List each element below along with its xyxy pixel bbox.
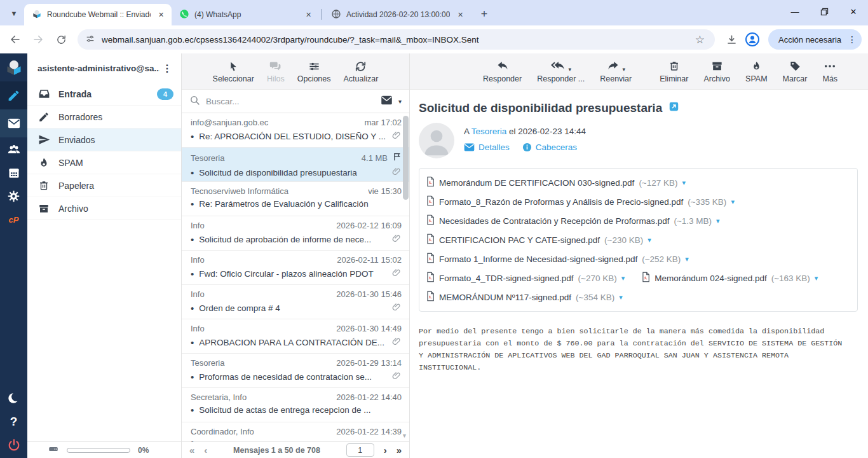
search-options-chevron-icon[interactable]: ▾ — [398, 98, 402, 105]
more-button[interactable]: Más — [822, 59, 837, 83]
close-window-button[interactable]: ✕ — [839, 0, 868, 23]
attachment[interactable]: Formato_4_TDR-signed-signed.pdf(~270 KB)… — [426, 268, 641, 288]
attachment[interactable]: Memorándum 024-signed.pdf(~163 KB)▾ — [641, 268, 834, 288]
reload-button[interactable] — [51, 29, 71, 50]
rail-mail-button[interactable] — [0, 109, 27, 137]
mark-button[interactable]: Marcar — [783, 59, 808, 83]
logout-button[interactable] — [0, 433, 27, 457]
select-button[interactable]: Seleccionar — [213, 59, 254, 83]
caret-down-icon[interactable]: ▾ — [622, 66, 625, 73]
rail-settings-button[interactable] — [0, 184, 27, 208]
threads-button[interactable]: Hilos — [267, 59, 285, 83]
list-item[interactable]: Info2026-02-12 16:09 •Solicitud de aprob… — [182, 216, 409, 251]
list-item[interactable]: Tesoreria2026-01-29 13:14 •Proformas de … — [182, 354, 409, 388]
recipient-link[interactable]: Tesoreria — [471, 127, 507, 136]
spam-button[interactable]: SPAM — [745, 59, 768, 83]
minimize-button[interactable]: — — [780, 0, 810, 23]
forward-button[interactable] — [28, 29, 48, 50]
folder-item-papelera[interactable]: Papelera — [27, 174, 181, 197]
caret-down-icon[interactable]: ▾ — [685, 255, 689, 263]
caret-down-icon[interactable]: ▾ — [621, 274, 625, 282]
search-input[interactable] — [206, 97, 375, 106]
tab-actividad[interactable]: Actividad 2026-02-20 13:00:00 ✕ — [323, 4, 471, 25]
url-field[interactable]: webmail.sanjuan.gob.ec/cpsess1364244002/… — [78, 29, 715, 50]
tab-search-chevron-icon[interactable]: ▼ — [5, 4, 23, 22]
last-page-button[interactable]: » — [397, 445, 402, 455]
bookmark-star-icon[interactable]: ☆ — [695, 33, 707, 46]
attachment[interactable]: MEMORÁNDUM Nº117-signed.pdf(~354 KB)▾ — [426, 288, 639, 307]
cpanel-link[interactable]: cP — [0, 208, 27, 232]
attachment[interactable]: Formato_8_Razón de Proformas y Análisis … — [426, 192, 751, 211]
reply-all-button[interactable]: ▾ Responder ... — [537, 59, 585, 83]
next-page-button[interactable]: › — [384, 445, 387, 455]
prev-page-button[interactable]: ‹ — [204, 445, 207, 455]
search-scope-mail-icon[interactable] — [381, 95, 393, 108]
back-button[interactable] — [5, 29, 25, 50]
new-tab-button[interactable]: + — [476, 6, 492, 22]
dark-mode-button[interactable] — [0, 386, 27, 410]
caret-down-icon[interactable]: ▾ — [716, 217, 720, 225]
attachment[interactable]: Necesidades de Contratación y Recepción … — [426, 211, 736, 230]
folder-item-borradores[interactable]: Borradores — [27, 106, 181, 128]
scroll-down-icon[interactable]: ▼ — [402, 433, 407, 439]
folder-item-entrada[interactable]: Entrada 4 — [27, 83, 181, 106]
list-item[interactable]: Info2026-01-30 14:49 •APROBACION PARA LA… — [182, 319, 409, 354]
restore-button[interactable] — [810, 0, 839, 23]
tab-close-icon[interactable]: ✕ — [455, 10, 466, 20]
archive-button[interactable]: Archivo — [703, 59, 730, 83]
first-page-button[interactable]: « — [189, 445, 194, 455]
download-icon[interactable] — [721, 29, 742, 50]
forward-button[interactable]: ▾ Reenviar — [600, 59, 632, 83]
folder-item-enviados[interactable]: Enviados — [27, 128, 181, 151]
tab-roundcube[interactable]: Roundcube Webmail :: Enviados ✕ — [24, 4, 172, 25]
rail-contacts-button[interactable] — [0, 137, 27, 161]
caret-down-icon[interactable]: ▾ — [619, 293, 623, 302]
headers-link[interactable]: Cabeceras — [522, 142, 577, 152]
flag-icon[interactable] — [392, 152, 402, 163]
caret-down-icon[interactable]: ▾ — [815, 274, 818, 282]
caret-down-icon[interactable]: ▾ — [648, 236, 651, 244]
reply-button[interactable]: Responder — [483, 59, 522, 83]
page-number-input[interactable]: 1 — [346, 443, 374, 457]
caret-down-icon[interactable]: ▾ — [731, 198, 735, 206]
folder-item-spam[interactable]: SPAM — [27, 151, 181, 174]
list-item[interactable]: Tecnoserviweb Informáticavie 15:30 •Re: … — [182, 182, 409, 216]
rail-calendar-button[interactable] — [0, 161, 27, 184]
open-in-new-window-icon[interactable] — [668, 101, 679, 115]
compose-button[interactable] — [0, 81, 27, 109]
list-item-selected[interactable]: Tesoreria4.1 MB •Solicitud de disponibil… — [182, 148, 409, 182]
refresh-button[interactable]: Actualizar — [344, 59, 379, 83]
caret-down-icon[interactable]: ▾ — [568, 66, 571, 73]
delete-button[interactable]: Eliminar — [660, 59, 688, 83]
list-item[interactable]: Info2026-02-11 15:02 •Fwd: Oficio Circul… — [182, 251, 409, 285]
account-header[interactable]: asistente-administrativo@sa... ⋮ — [27, 53, 181, 83]
folder-label: Archivo — [58, 204, 88, 214]
forward-icon: ▾ — [606, 59, 625, 73]
forward-label: Reenviar — [600, 74, 632, 83]
list-scrollbar[interactable] — [403, 116, 409, 200]
list-item[interactable]: Info2026-01-30 15:46 •Orden de compra # … — [182, 285, 409, 319]
list-item[interactable]: info@sanjuan.gob.ecmar 17:02 •Re: APROBA… — [182, 113, 409, 148]
tab-whatsapp[interactable]: (4) WhatsApp ✕ — [172, 4, 319, 25]
trash-icon — [668, 59, 680, 73]
list-item[interactable]: Coordinador, Info2026-01-22 14:39 • — [182, 422, 409, 441]
details-link[interactable]: Detalles — [464, 142, 510, 152]
tab-close-icon[interactable]: ✕ — [303, 10, 314, 20]
account-menu-icon[interactable]: ⋮ — [159, 62, 175, 74]
list-item[interactable]: Secretaria, Info2026-01-22 14:40 •Solici… — [182, 388, 409, 422]
attachment[interactable]: Memorándum DE CERTIFICACION 030-signed.p… — [426, 173, 702, 192]
caret-down-icon[interactable]: ▾ — [682, 179, 686, 187]
tab-close-icon[interactable]: ✕ — [156, 10, 166, 20]
options-button[interactable]: Opciones — [297, 59, 331, 83]
pdf-file-icon — [426, 233, 435, 246]
attachment-list: Memorándum DE CERTIFICACION 030-signed.p… — [419, 168, 858, 312]
help-button[interactable]: ? — [0, 410, 27, 433]
url-text[interactable]: webmail.sanjuan.gob.ec/cpsess1364244002/… — [102, 35, 689, 45]
browser-menu-icon[interactable]: ⋮ — [848, 34, 857, 45]
attachment[interactable]: Formato 1_Informe de Necesidad-signed-si… — [426, 249, 705, 268]
profile-avatar-icon[interactable] — [744, 31, 761, 48]
action-needed-button[interactable]: Acción necesaria ⋮ — [768, 29, 862, 50]
attachment[interactable]: CERTIFICACION PAC Y CATE-signed.pdf(~230… — [426, 230, 668, 249]
folder-item-archivo[interactable]: Archivo — [27, 197, 181, 220]
site-settings-icon[interactable] — [85, 34, 95, 46]
